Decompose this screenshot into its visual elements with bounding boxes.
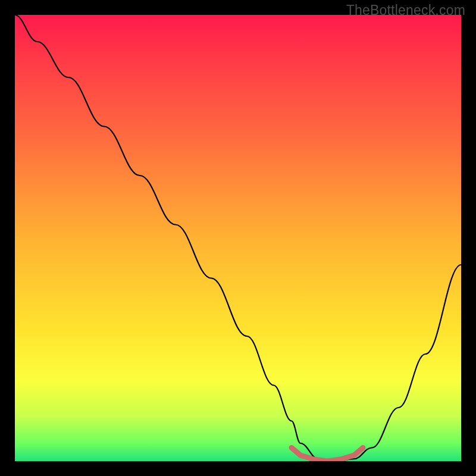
bottleneck-curve: [15, 15, 461, 461]
chart-overlay: [15, 15, 461, 461]
chart-frame: TheBottleneck.com: [0, 0, 476, 476]
plot-area: [15, 15, 461, 461]
